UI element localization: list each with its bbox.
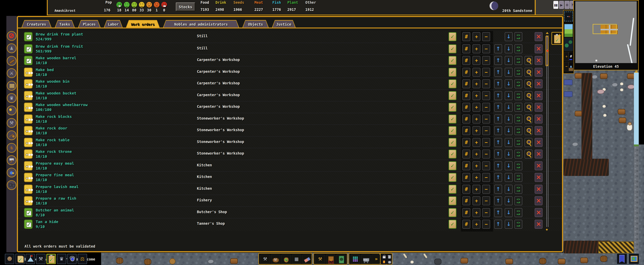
button-build-structure[interactable]: ⚒ xyxy=(316,254,325,264)
decrease-button[interactable]: − xyxy=(482,150,490,158)
decrease-button[interactable]: − xyxy=(482,68,490,77)
move-down-button[interactable]: ↓ xyxy=(505,68,512,77)
conditions-button[interactable]: <>=≠ xyxy=(514,44,522,53)
battle-axe-icon[interactable]: ⚒ xyxy=(7,118,16,128)
validate-scroll-button[interactable]: ✓ xyxy=(448,220,456,229)
set-quantity-button[interactable]: # xyxy=(462,126,470,135)
increase-button[interactable]: + xyxy=(472,32,480,41)
set-quantity-button[interactable]: # xyxy=(462,79,470,88)
remove-order-button[interactable]: × xyxy=(535,196,542,205)
set-quantity-button[interactable]: # xyxy=(462,138,470,147)
details-magnifier-button[interactable] xyxy=(524,114,532,124)
bottom-tab-objects[interactable] xyxy=(67,254,76,264)
move-down-button[interactable]: ↓ xyxy=(505,208,512,217)
move-down-button[interactable]: ↓ xyxy=(505,126,512,135)
validate-scroll-button[interactable]: ✓ xyxy=(448,68,456,77)
cavern-view-button[interactable] xyxy=(564,38,573,51)
mallet-icon[interactable] xyxy=(7,155,16,165)
decrease-button[interactable]: − xyxy=(482,79,490,88)
move-up-button[interactable]: ↑ xyxy=(494,196,502,205)
set-quantity-button[interactable]: # xyxy=(462,208,470,217)
increase-button[interactable]: + xyxy=(472,79,480,88)
minimap-panel[interactable]: Elevation 45 xyxy=(573,0,639,70)
move-up-button[interactable]: ↑ xyxy=(494,126,502,135)
pacifier-icon[interactable] xyxy=(7,168,16,178)
move-down-button[interactable]: ↓ xyxy=(505,114,512,124)
remove-order-button[interactable]: × xyxy=(535,126,542,135)
decrease-button[interactable]: − xyxy=(482,185,490,194)
button-gather-plants[interactable] xyxy=(282,254,291,264)
validate-scroll-button[interactable]: ✓ xyxy=(448,103,456,112)
crown-icon[interactable]: ♛ xyxy=(7,93,16,103)
decrease-button[interactable]: − xyxy=(482,126,490,135)
remove-order-button[interactable]: × xyxy=(535,220,542,229)
conditions-button[interactable]: <>=≠ xyxy=(514,114,522,124)
remove-order-button[interactable]: × xyxy=(535,44,542,53)
set-quantity-button[interactable]: # xyxy=(462,91,470,100)
bottom-tab-tasks[interactable]: ✓ xyxy=(15,254,25,264)
validate-scroll-button[interactable]: ✓ xyxy=(448,79,456,88)
conditions-button[interactable]: <>=≠ xyxy=(514,68,522,77)
button-mine[interactable]: ⚒ xyxy=(260,254,270,264)
button-rock-toggle[interactable] xyxy=(387,260,392,264)
validate-scroll-button[interactable]: ✓ xyxy=(448,150,456,158)
conditions-button[interactable]: <>=≠ xyxy=(514,161,522,170)
increase-button[interactable]: + xyxy=(472,68,480,77)
remove-order-button[interactable]: × xyxy=(535,185,542,194)
remove-order-button[interactable]: × xyxy=(535,138,542,147)
bottom-tab-justice[interactable]: ⚖ xyxy=(78,254,87,264)
conditions-button[interactable]: <>=≠ xyxy=(514,150,522,158)
conditions-button[interactable]: <>=≠ xyxy=(514,79,522,88)
button-forbid-toggle[interactable] xyxy=(382,254,386,259)
move-up-button[interactable]: ↑ xyxy=(494,150,502,158)
increase-button[interactable]: + xyxy=(472,91,480,100)
minimap-area[interactable] xyxy=(575,1,637,63)
move-down-button[interactable]: ↓ xyxy=(505,44,512,53)
increase-button[interactable]: + xyxy=(472,150,480,158)
remove-order-button[interactable]: × xyxy=(535,161,542,170)
conditions-button[interactable]: <>=≠ xyxy=(514,32,522,41)
validate-scroll-button[interactable]: ✓ xyxy=(448,161,456,170)
remove-order-button[interactable]: × xyxy=(535,32,542,41)
move-down-button[interactable]: ↓ xyxy=(505,32,512,41)
decrease-button[interactable]: − xyxy=(482,91,490,100)
validate-scroll-button[interactable]: ✓ xyxy=(448,126,456,135)
remove-order-button[interactable]: × xyxy=(535,56,542,65)
increase-button[interactable]: + xyxy=(472,185,480,194)
button-chop-trees[interactable] xyxy=(271,254,280,264)
tab-nobles-and-administrators[interactable]: Nobles and administrators xyxy=(163,20,239,28)
tab-tasks[interactable]: Tasks xyxy=(55,20,75,28)
validate-scroll-button[interactable]: ✓ xyxy=(448,32,456,41)
zoom-in-button[interactable]: ✛ xyxy=(564,52,569,61)
set-quantity-button[interactable]: # xyxy=(462,185,470,194)
validate-scroll-button[interactable]: ✓ xyxy=(448,114,456,124)
remove-order-button[interactable]: × xyxy=(535,79,542,88)
button-more-tools[interactable]: » xyxy=(372,254,381,264)
button-place-stockpile[interactable] xyxy=(326,254,335,264)
conditions-button[interactable]: <>=≠ xyxy=(514,208,522,217)
move-up-button[interactable]: ↑ xyxy=(494,68,502,77)
zoom-out-button[interactable]: − xyxy=(564,62,569,71)
increase-button[interactable]: + xyxy=(472,220,480,229)
bottom-button-world-map[interactable] xyxy=(629,254,639,264)
toggle-grid-button[interactable]: # xyxy=(569,52,573,61)
tab-places[interactable]: Places xyxy=(78,20,101,28)
details-magnifier-button[interactable] xyxy=(524,79,532,88)
button-stockpile-paint[interactable] xyxy=(351,254,360,264)
weather-icon[interactable] xyxy=(7,106,16,115)
goblets-icon[interactable] xyxy=(7,180,16,190)
decrease-button[interactable]: − xyxy=(482,220,490,229)
conditions-button[interactable]: <>=≠ xyxy=(514,138,522,147)
decrease-button[interactable]: − xyxy=(482,32,490,41)
increase-button[interactable]: + xyxy=(472,173,480,182)
details-magnifier-button[interactable] xyxy=(524,91,532,100)
increase-button[interactable]: + xyxy=(472,126,480,135)
sheath-icon[interactable] xyxy=(7,56,16,66)
validate-scroll-button[interactable]: ✓ xyxy=(448,208,456,217)
tab-objects[interactable]: Objects xyxy=(242,20,269,28)
increase-button[interactable]: + xyxy=(472,44,480,53)
remove-order-button[interactable]: × xyxy=(535,68,542,77)
tab-justice[interactable]: Justice xyxy=(272,20,296,28)
play-button[interactable]: ▶ xyxy=(559,1,564,9)
move-up-button[interactable]: ↑ xyxy=(494,208,502,217)
